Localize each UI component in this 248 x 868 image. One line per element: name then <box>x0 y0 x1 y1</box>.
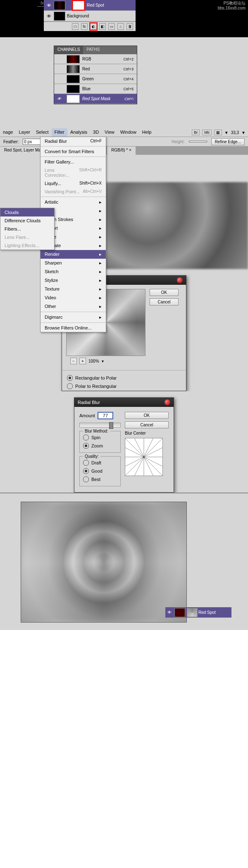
radio-polar-to-rect[interactable]: Polar to Rectangular <box>67 382 181 390</box>
menu-filter[interactable]: Filter <box>52 128 67 137</box>
menu-image[interactable]: nage <box>0 128 16 137</box>
svg-line-13 <box>125 457 144 466</box>
menu-view[interactable]: View <box>102 128 117 137</box>
visibility-icon[interactable]: 👁 <box>165 610 174 615</box>
layer-mask-thumb[interactable] <box>73 1 84 10</box>
menuitem-artistic[interactable]: Artistic▸ <box>41 198 106 207</box>
menuitem-vanishing-point: Vanishing Point...Alt+Ctrl+V <box>41 188 106 196</box>
channel-label: Blue <box>82 87 124 91</box>
result-canvas <box>21 502 187 623</box>
quality-label: Quality: <box>83 454 100 459</box>
layer-background[interactable]: 👁 Background <box>44 11 136 22</box>
menuitem-digimarc[interactable]: Digimarc▸ <box>41 313 106 322</box>
dropdown-arrow-icon[interactable]: ▾ <box>102 359 104 363</box>
amount-slider[interactable] <box>79 423 121 428</box>
menuitem-liquify[interactable]: Liquify...Shift+Ctrl+X <box>41 179 106 188</box>
blur-center-preview[interactable] <box>125 438 163 476</box>
menuitem-difference-clouds[interactable]: Difference Clouds <box>0 216 54 225</box>
menuitem-radial-blur[interactable]: Radial BlurCtrl+F <box>41 137 106 145</box>
visibility-icon[interactable]: 👁 <box>44 14 54 19</box>
menu-window[interactable]: Window <box>117 128 139 137</box>
menuitem-stylize[interactable]: Stylize▸ <box>41 276 106 285</box>
watermark: PS教程论坛bbs.16xx8.com <box>218 1 246 11</box>
menuitem-lighting-effects: Lighting Effects... <box>0 241 54 250</box>
menuitem-sharpen[interactable]: Sharpen▸ <box>41 259 106 267</box>
mini-layer-row[interactable]: 👁 Red Spot <box>165 607 231 618</box>
radio-rect-to-polar[interactable]: Rectangular to Polar <box>67 374 181 382</box>
menu-analysis[interactable]: Analysis <box>67 128 90 137</box>
menuitem-convert-smart[interactable]: Convert for Smart Filters <box>41 147 106 156</box>
dialog-titlebar[interactable]: Radial Blur <box>74 398 174 407</box>
radio-best[interactable]: Best <box>83 475 117 483</box>
menuitem-browse-filters[interactable]: Browse Filters Online... <box>41 324 106 332</box>
channel-blue[interactable]: Blue Ctrl+5 <box>54 84 137 94</box>
menu-select[interactable]: Select <box>33 128 52 137</box>
tab-paths[interactable]: PATHS <box>83 46 103 54</box>
layer-mask-thumb[interactable] <box>187 608 198 617</box>
trash-icon[interactable]: 🗑 <box>126 23 133 30</box>
channel-shortcut: Ctrl+4 <box>124 77 137 81</box>
menuitem-video[interactable]: Video▸ <box>41 293 106 302</box>
new-layer-icon[interactable]: ⌂ <box>117 23 124 30</box>
menuitem-render[interactable]: Render▸ <box>41 250 106 259</box>
zoom-value[interactable]: 33,3 <box>231 130 239 135</box>
radio-good[interactable]: Good <box>83 467 117 475</box>
amount-input[interactable]: 77 <box>98 412 113 419</box>
screen-mode-icon[interactable]: ▦ <box>214 130 222 135</box>
menu-help[interactable]: Help <box>139 128 155 137</box>
zoom-value: 100% <box>88 359 99 363</box>
menu-3d[interactable]: 3D <box>90 128 102 137</box>
menuitem-other[interactable]: Other▸ <box>41 302 106 311</box>
zoom-in-button[interactable]: + <box>79 358 86 364</box>
feather-label: Feather: <box>3 139 19 144</box>
menuitem-sketch[interactable]: Sketch▸ <box>41 267 106 276</box>
cancel-button[interactable]: Cancel <box>150 298 179 305</box>
layers-footer: ⬭ fx ◐ ◧ ▭ ⌂ 🗑 <box>44 22 136 31</box>
mask-icon[interactable]: ◐ <box>90 23 97 30</box>
zoom-out-button[interactable]: − <box>70 358 77 364</box>
mb-button[interactable]: Mb <box>202 130 212 135</box>
close-icon[interactable]: × <box>129 148 131 152</box>
channel-shortcut: Ctrl+3 <box>124 67 137 71</box>
ok-button[interactable]: OK <box>150 289 179 296</box>
visibility-icon[interactable]: 👁 <box>44 3 54 8</box>
menuitem-fibers[interactable]: Fibers... <box>0 225 54 233</box>
close-icon[interactable] <box>165 399 170 405</box>
close-icon[interactable] <box>177 277 183 283</box>
adjustment-icon[interactable]: ◧ <box>99 23 106 30</box>
group-icon[interactable]: ▭ <box>108 23 115 30</box>
menuitem-filter-gallery[interactable]: Filter Gallery... <box>41 158 106 166</box>
channel-red[interactable]: Red Ctrl+3 <box>54 64 137 74</box>
svg-line-9 <box>144 457 153 476</box>
link-icon[interactable]: ⬭ <box>72 23 79 30</box>
menuitem-texture[interactable]: Texture▸ <box>41 285 106 293</box>
layer-thumb[interactable] <box>174 608 185 617</box>
layer-label: Red Spot <box>198 610 216 615</box>
svg-line-7 <box>144 457 162 466</box>
fx-icon[interactable]: fx <box>81 23 88 30</box>
layer-thumb[interactable] <box>54 12 65 21</box>
layer-thumb[interactable] <box>54 1 65 10</box>
ok-button[interactable]: OK <box>125 412 169 419</box>
radio-spin[interactable]: Spin <box>83 433 117 442</box>
menu-layer[interactable]: Layer <box>16 128 33 137</box>
zoom-arrow: ▼ <box>224 130 229 135</box>
feather-input[interactable]: 0 px <box>23 139 41 145</box>
menuitem-lens-correction: Lens Correction...Shift+Ctrl+R <box>41 166 106 179</box>
document-tab-2[interactable]: RGB/8) * × <box>107 147 136 155</box>
radio-zoom[interactable]: Zoom <box>83 442 117 450</box>
bridge-button[interactable]: Br <box>192 130 200 135</box>
link-icon <box>67 1 71 10</box>
layer-red-spot[interactable]: 👁 Red Spot <box>44 0 136 11</box>
cancel-button[interactable]: Cancel <box>125 421 169 428</box>
tab-channels[interactable]: CHANNELS <box>54 46 83 54</box>
channel-rgb[interactable]: RGB Ctrl+2 <box>54 54 137 64</box>
menuitem-lens-flare: Lens Flare... <box>0 233 54 241</box>
channel-green[interactable]: Green Ctrl+4 <box>54 74 137 84</box>
channel-shortcut: Ctrl+2 <box>124 57 137 61</box>
radio-draft[interactable]: Draft <box>83 459 117 467</box>
channel-redspot-mask[interactable]: 👁 Red Spot Mask Ctrl+\ <box>54 94 137 104</box>
refine-edge-button[interactable]: Refine Edge... <box>211 138 245 145</box>
menuitem-clouds[interactable]: Clouds <box>0 208 54 216</box>
visibility-icon[interactable]: 👁 <box>54 96 64 101</box>
